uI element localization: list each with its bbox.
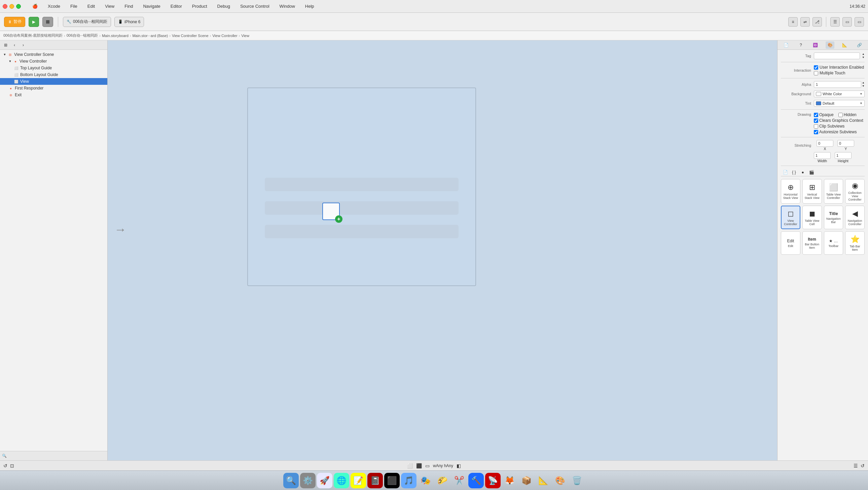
dock-app16[interactable]: 📐	[536, 473, 551, 488]
palette-tab-media[interactable]: 🎬	[807, 169, 816, 176]
navigator-toggle[interactable]: ☰	[830, 17, 840, 27]
menu-view[interactable]: View	[103, 3, 116, 9]
breadcrumb-item-2[interactable]: 006自动···钮相同距	[67, 33, 98, 38]
nav-item-first-responder[interactable]: ● First Responder	[0, 85, 107, 92]
inspector-tab-size[interactable]: 📐	[840, 41, 849, 49]
size-selector-horizontal[interactable]: ⬛	[416, 463, 422, 468]
size-selector-square[interactable]: ⬜	[407, 463, 413, 468]
widget-tablevc[interactable]: ⬜ Table View Controller	[824, 179, 843, 204]
dock-app10[interactable]: 🌮	[435, 473, 450, 488]
dock-app17[interactable]: 🎨	[552, 473, 568, 488]
menu-find[interactable]: Find	[122, 3, 135, 9]
user-interaction-checkbox[interactable]	[814, 65, 818, 70]
widget-navcontroller[interactable]: ◀ Navigation Controller	[845, 206, 865, 229]
breadcrumb-item-6[interactable]: View Controller	[212, 34, 237, 38]
stretch-height-input[interactable]: 1	[835, 152, 851, 159]
bottom-refresh2-icon[interactable]: ↺	[861, 463, 865, 468]
alpha-stepper[interactable]: ▲ ▼	[862, 81, 865, 88]
editor-version-button[interactable]: ⎇	[812, 17, 822, 27]
dock-xcode[interactable]: 🔨	[468, 473, 484, 488]
tag-value[interactable]	[814, 53, 860, 59]
run-button[interactable]: ▶	[29, 17, 39, 27]
inspector-tab-connections[interactable]: 🔗	[855, 41, 864, 49]
dock-stickies[interactable]: 📝	[350, 473, 366, 488]
stretch-y-input[interactable]: 0	[837, 140, 854, 147]
dock-app11[interactable]: ✂️	[452, 473, 467, 488]
menu-window[interactable]: Window	[278, 3, 297, 9]
widget-hstack[interactable]: ⊕ Horizontal Stack View	[781, 179, 800, 204]
multiple-touch-checkbox[interactable]	[814, 71, 818, 75]
drag-item[interactable]: +	[322, 203, 340, 220]
editor-assistant-button[interactable]: ⇌	[800, 17, 810, 27]
bottom-refresh-icon[interactable]: ↺	[3, 463, 7, 468]
editor-standard-button[interactable]: ≡	[788, 17, 798, 27]
palette-tab-code[interactable]: { }	[789, 169, 798, 176]
inspector-tab-attributes[interactable]: 🎨	[826, 41, 834, 49]
canvas-content[interactable]: → +	[108, 40, 777, 460]
menu-help[interactable]: Help	[303, 3, 316, 9]
size-selector-other[interactable]: ◧	[457, 463, 461, 468]
clip-subviews-checkbox[interactable]	[814, 124, 818, 128]
dock-safari[interactable]: 🌐	[334, 473, 349, 488]
pause-button[interactable]: ⏸ 暂停	[4, 17, 25, 27]
widget-collectionvc[interactable]: ◉ Collection View Controller	[845, 179, 865, 204]
widget-tabbaritem[interactable]: ⭐ Tab Bar Item	[845, 231, 865, 255]
dock-onenote[interactable]: 📓	[367, 473, 383, 488]
tag-stepper[interactable]: ▲ ▼	[862, 53, 865, 59]
menu-source-control[interactable]: Source Control	[238, 3, 272, 9]
bottom-zoom-fit-icon[interactable]: ⊡	[10, 463, 14, 468]
stretch-x-input[interactable]: 0	[816, 140, 833, 147]
nav-item-bottom-guide[interactable]: ⬜ Bottom Layout Guide	[0, 71, 107, 78]
inspector-toggle[interactable]: ▭	[855, 17, 864, 27]
apple-menu[interactable]: 🍎	[30, 3, 40, 9]
stop-button[interactable]	[42, 17, 53, 27]
nav-item-top-guide[interactable]: ⬜ Top Layout Guide	[0, 65, 107, 71]
nav-back-icon[interactable]: ‹	[11, 41, 18, 49]
dock-launchpad[interactable]: 🚀	[317, 473, 332, 488]
dock-system-prefs[interactable]: ⚙️	[300, 473, 316, 488]
palette-tab-file[interactable]: 📄	[781, 169, 789, 176]
breadcrumb-item-5[interactable]: View Controller Scene	[172, 34, 209, 38]
inspector-tab-help[interactable]: ?	[796, 41, 805, 49]
size-selector-vertical[interactable]: ▭	[425, 463, 430, 468]
autoresize-checkbox[interactable]	[814, 130, 818, 134]
stretch-width-input[interactable]: 1	[814, 152, 831, 159]
widget-toolbar[interactable]: ★ … Toolbar	[824, 231, 843, 255]
breadcrumb-item-3[interactable]: Main.storyboard	[102, 34, 128, 38]
dock-app14[interactable]: 🦊	[502, 473, 518, 488]
bottom-list-icon[interactable]: ☰	[854, 463, 858, 468]
nav-grid-icon[interactable]: ⊞	[2, 41, 9, 49]
minimize-button[interactable]	[9, 4, 14, 9]
menu-navigate[interactable]: Navigate	[141, 3, 162, 9]
dock-finder[interactable]: 🔍	[283, 473, 299, 488]
menu-debug[interactable]: Debug	[215, 3, 232, 9]
widget-edit[interactable]: Edit Edit	[781, 231, 800, 255]
nav-item-exit[interactable]: ⊗ Exit	[0, 92, 107, 98]
background-dropdown[interactable]: White Color ▼	[814, 91, 865, 97]
dock-filezilla[interactable]: 📡	[485, 473, 501, 488]
debug-toggle[interactable]: ▭	[842, 17, 852, 27]
nav-forward-icon[interactable]: ›	[20, 41, 27, 49]
widget-barbuttonitem[interactable]: Item Bar Button Item	[802, 231, 822, 255]
device-selector[interactable]: 📱 iPhone 6	[114, 17, 144, 27]
dock-trash[interactable]: 🗑️	[569, 473, 585, 488]
close-button[interactable]	[3, 4, 7, 9]
inspector-tab-file[interactable]: 📄	[782, 41, 790, 49]
menu-edit[interactable]: Edit	[86, 3, 97, 9]
maximize-button[interactable]	[16, 4, 21, 9]
hidden-checkbox[interactable]	[838, 113, 843, 117]
widget-viewcontroller[interactable]: ◻ View Controller	[781, 206, 800, 229]
dock-itunes[interactable]: 🎵	[401, 473, 416, 488]
menu-editor[interactable]: Editor	[168, 3, 184, 9]
breadcrumb-item-1[interactable]: 006自动布局案例-底部按钮相同间距	[3, 33, 63, 38]
nav-item-vc[interactable]: ▼ ● View Controller	[0, 58, 107, 65]
dock-terminal[interactable]: ⬛	[384, 473, 400, 488]
nav-item-view[interactable]: ⬜ View	[0, 78, 107, 85]
dock-app9[interactable]: 🎭	[418, 473, 433, 488]
breadcrumb-item-4[interactable]: Main.stor···ard (Base)	[132, 34, 168, 38]
palette-tab-object[interactable]: ●	[798, 169, 807, 176]
widget-navbar[interactable]: Title Navigation Bar	[824, 206, 843, 229]
menu-file[interactable]: File	[68, 3, 80, 9]
menu-xcode[interactable]: Xcode	[46, 3, 62, 9]
widget-tablecell[interactable]: ◼ Table View Cell	[802, 206, 822, 229]
